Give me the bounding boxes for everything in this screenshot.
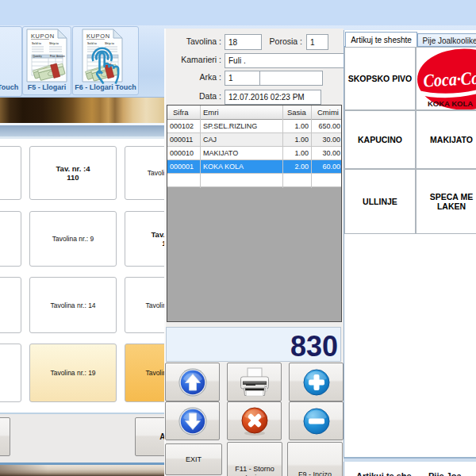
svg-text:KOKA KOLA: KOKA KOLA: [428, 99, 473, 108]
svg-text:KUPON: KUPON: [31, 33, 55, 40]
svg-text:Sold to: Sold to: [87, 42, 97, 45]
svg-text:Ship to: Ship to: [49, 42, 59, 45]
svg-text:Quantity: Quantity: [33, 55, 43, 58]
svg-text:Sold to: Sold to: [32, 42, 41, 45]
svg-text:Amount: Amount: [56, 55, 65, 58]
svg-text:KUPON: KUPON: [86, 33, 110, 40]
svg-text:Price: Price: [50, 55, 56, 58]
svg-text:Ship to: Ship to: [105, 42, 114, 45]
svg-text:Coca·Cola: Coca·Cola: [423, 67, 476, 90]
